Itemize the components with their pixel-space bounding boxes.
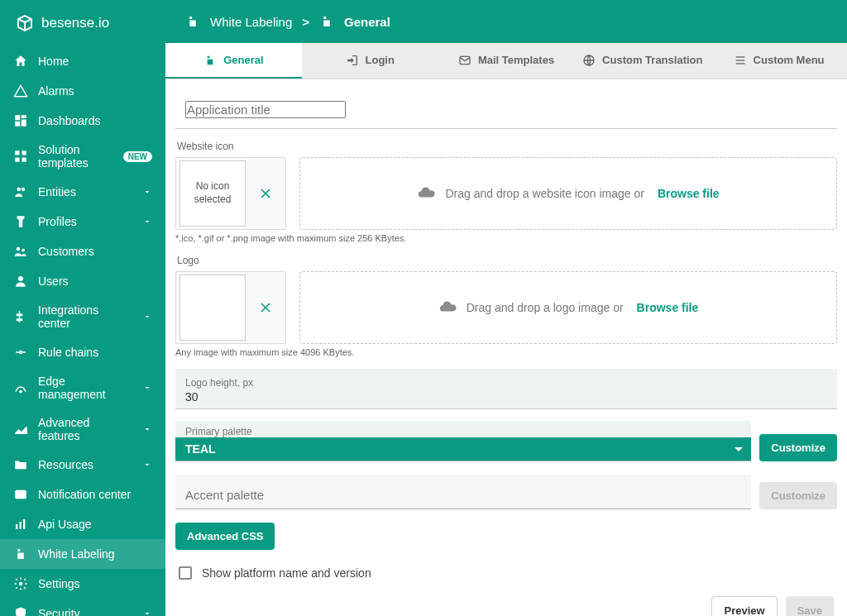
- tab-bar: General Login Mail Templates Custom Tran…: [165, 43, 847, 79]
- logo-drop-zone[interactable]: Drag and drop a logo image or Browse fil…: [299, 271, 837, 344]
- tab-label: Login: [366, 54, 395, 66]
- remove-logo-button[interactable]: [249, 299, 282, 316]
- svg-point-18: [19, 582, 23, 586]
- tab-general[interactable]: General: [165, 43, 302, 79]
- checkbox-icon[interactable]: [179, 566, 192, 580]
- globe-icon: [582, 54, 596, 67]
- sidebar-item-white-labeling[interactable]: White Labeling: [0, 539, 165, 569]
- primary-palette-select[interactable]: TEAL: [175, 437, 751, 461]
- sidebar-item-label: Solution templates: [38, 143, 113, 170]
- svg-rect-7: [22, 158, 26, 162]
- close-icon: [257, 185, 274, 202]
- logo-height-field-wrap[interactable]: Logo height, px 30: [175, 369, 837, 409]
- palette-icon: [203, 54, 217, 67]
- sidebar-item-solution-templates[interactable]: Solution templates NEW: [0, 136, 165, 177]
- brand-icon: [15, 13, 35, 33]
- svg-point-8: [17, 188, 22, 192]
- sidebar-item-rule-chains[interactable]: Rule chains: [0, 337, 165, 367]
- primary-palette-label: Primary palette: [175, 421, 751, 437]
- tab-label: Mail Templates: [478, 54, 554, 66]
- accent-palette-placeholder: Accent palette: [185, 488, 264, 502]
- breadcrumb-current: General: [344, 15, 390, 29]
- logo-height-value[interactable]: 30: [185, 390, 827, 404]
- breadcrumb-root[interactable]: White Labeling: [210, 15, 292, 29]
- chart-icon: [13, 517, 28, 532]
- tab-custom-translation[interactable]: Custom Translation: [574, 43, 711, 79]
- cloud-upload-icon: [417, 184, 435, 204]
- accent-palette-select[interactable]: Accent palette: [175, 475, 751, 509]
- sidebar-item-label: Notification center: [38, 488, 152, 501]
- advanced-icon: [13, 422, 28, 437]
- footer-actions: Preview Save: [175, 591, 837, 616]
- svg-rect-3: [15, 122, 20, 127]
- tab-login[interactable]: Login: [302, 43, 438, 79]
- dashboard-icon: [13, 113, 28, 128]
- chevron-down-icon: [142, 217, 152, 227]
- sidebar-item-dashboards[interactable]: Dashboards: [0, 106, 165, 136]
- login-icon: [346, 54, 359, 67]
- application-title-input[interactable]: [175, 91, 837, 129]
- gear-icon: [13, 576, 28, 591]
- chevron-down-icon: [142, 460, 152, 470]
- sidebar-item-edge[interactable]: Edge management: [0, 367, 165, 408]
- svg-rect-17: [23, 519, 25, 529]
- svg-rect-21: [735, 56, 744, 57]
- sidebar: besense.io Home Alarms Dashboards Soluti…: [0, 0, 165, 616]
- customize-primary-button[interactable]: Customize: [759, 434, 837, 461]
- browse-file-link[interactable]: Browse file: [637, 301, 699, 314]
- sidebar-item-security[interactable]: Security: [0, 599, 165, 616]
- customers-icon: [13, 244, 28, 259]
- sidebar-item-integrations[interactable]: Integrations center: [0, 296, 165, 337]
- tab-label: Custom Translation: [602, 54, 702, 66]
- sidebar-item-label: Rule chains: [38, 346, 152, 359]
- sidebar-item-settings[interactable]: Settings: [0, 569, 165, 599]
- list-icon: [734, 54, 747, 67]
- application-title-field[interactable]: [185, 101, 346, 118]
- svg-point-9: [22, 188, 26, 192]
- chevron-down-icon: [142, 609, 152, 616]
- remove-icon-button[interactable]: [249, 185, 282, 202]
- sidebar-item-entities[interactable]: Entities: [0, 177, 165, 207]
- notification-icon: [13, 487, 28, 502]
- sidebar-item-label: Users: [38, 275, 152, 288]
- logo-preview: [179, 275, 246, 341]
- svg-rect-23: [735, 63, 744, 64]
- customize-accent-button: Customize: [759, 482, 837, 509]
- logo-preview-card: [175, 271, 286, 344]
- logo-label: Logo: [177, 255, 837, 266]
- sidebar-item-customers[interactable]: Customers: [0, 236, 165, 266]
- icon-hint: *.ico, *.gif or *.png image with maximum…: [175, 233, 837, 243]
- show-platform-checkbox-row[interactable]: Show platform name and version: [179, 566, 834, 580]
- preview-button[interactable]: Preview: [711, 596, 777, 616]
- chevron-down-icon: [142, 312, 152, 322]
- sidebar-item-notifications[interactable]: Notification center: [0, 480, 165, 509]
- drop-text: Drag and drop a logo image or: [467, 301, 624, 314]
- sidebar-item-label: Customers: [38, 245, 152, 258]
- icon-drop-zone[interactable]: Drag and drop a website icon image or Br…: [299, 157, 837, 230]
- sidebar-item-advanced[interactable]: Advanced features: [0, 408, 165, 450]
- folder-icon: [13, 457, 28, 472]
- sidebar-item-label: Api Usage: [38, 518, 152, 531]
- breadcrumb-separator: >: [302, 15, 309, 29]
- sidebar-item-alarms[interactable]: Alarms: [0, 76, 165, 106]
- sidebar-item-profiles[interactable]: Profiles: [0, 207, 165, 236]
- sidebar-item-resources[interactable]: Resources: [0, 450, 165, 480]
- tab-mail-templates[interactable]: Mail Templates: [438, 43, 575, 79]
- close-icon: [257, 299, 274, 316]
- sidebar-item-label: Profiles: [38, 215, 132, 228]
- tab-custom-menu[interactable]: Custom Menu: [711, 43, 847, 79]
- sidebar-item-api-usage[interactable]: Api Usage: [0, 509, 165, 539]
- website-icon-label: Website icon: [177, 141, 837, 152]
- advanced-css-button[interactable]: Advanced CSS: [175, 523, 275, 550]
- browse-file-link[interactable]: Browse file: [658, 187, 720, 200]
- icon-preview-card: No icon selected: [175, 157, 286, 230]
- dropdown-arrow-icon: [735, 447, 743, 451]
- svg-point-13: [20, 390, 22, 392]
- logo-hint: Any image with maximum size 4096 KBytes.: [175, 347, 837, 357]
- save-button: Save: [786, 596, 834, 616]
- sidebar-item-home[interactable]: Home: [0, 46, 165, 76]
- entities-icon: [13, 184, 28, 199]
- brand-logo[interactable]: besense.io: [0, 0, 165, 46]
- rules-icon: [13, 345, 28, 360]
- sidebar-item-users[interactable]: Users: [0, 266, 165, 296]
